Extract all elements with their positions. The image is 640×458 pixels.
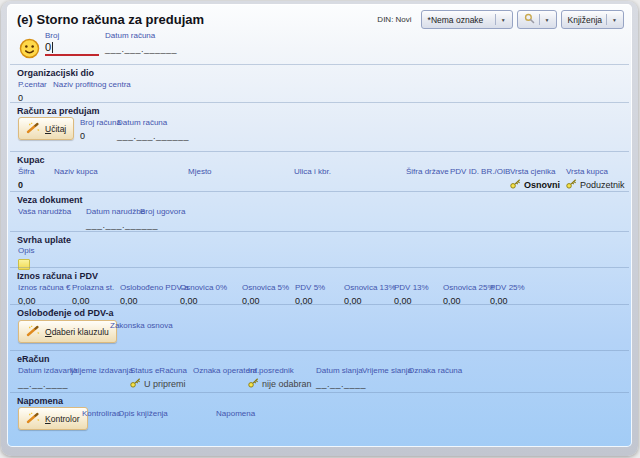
section-iznos-racuna-i-pdv: Iznos računa i PDV Iznos računa €0,00 Pr… <box>10 267 629 304</box>
pdv-5-field[interactable]: PDV 5%0,00 <box>295 283 325 306</box>
key-icon <box>566 179 577 191</box>
kupac-pdv-id-field[interactable]: PDV ID. BR./OIB <box>450 167 510 176</box>
section-title: Iznos računa i PDV <box>17 271 629 281</box>
oslobodjeno-pdva-field[interactable]: Oslobođeno PDV-a0,00 <box>120 283 189 306</box>
section-napomena: Napomena Kontrolor Kontrolirao Opis knji… <box>10 392 629 442</box>
prolazna-st-field[interactable]: Prolazna st.0,00 <box>72 283 114 306</box>
wand-icon <box>26 412 40 426</box>
naziv-profitnog-centra-field[interactable]: Naziv profitnog centra <box>53 80 131 89</box>
chevron-down-icon[interactable]: ▼ <box>495 14 506 25</box>
datum-racuna-placeholder[interactable]: ___.___.______ <box>105 44 177 54</box>
inf-posrednik-field[interactable]: Inf.posrednik nije odabran <box>248 366 312 390</box>
section-racun-za-predujam: Račun za predujam Učitaj Broj računa 0 D… <box>10 102 629 151</box>
napomena-field[interactable]: Napomena <box>216 409 255 418</box>
kupac-mjesto-field[interactable]: Mjesto <box>188 167 212 176</box>
knjizenja-button-label: Knjiženja <box>568 15 603 25</box>
opis-knjizenja-field[interactable]: Opis knjiženja <box>118 409 168 418</box>
broj-ugovora-field[interactable]: Broj ugovora <box>140 207 185 216</box>
toolbar: DIN: Novi *Nema oznake ▼ ▼ Knjiženja ▼ <box>377 10 624 29</box>
section-title: Oslobođenje od PDV-a <box>17 308 629 318</box>
kontrolirao-field[interactable]: Kontrolirao <box>82 409 121 418</box>
pdv-25-field[interactable]: PDV 25%0,00 <box>490 283 525 306</box>
broj-racuna-field[interactable]: Broj računa 0 <box>80 118 121 141</box>
din-status-label: DIN: Novi <box>377 15 411 24</box>
section-organizacijski-dio: Organizacijski dio P.centar 0 Naziv prof… <box>10 64 629 102</box>
datum-racuna-predujam-placeholder[interactable]: ___.___.______ <box>117 131 189 141</box>
search-icon <box>524 13 535 26</box>
status-eracuna-field[interactable]: Status eRačuna U pripremi <box>130 366 187 390</box>
pdv-13-field[interactable]: PDV 13%0,00 <box>394 283 429 306</box>
section-title: eRačun <box>17 354 629 364</box>
osnovica-25-field[interactable]: Osnovica 25%0,00 <box>443 283 495 306</box>
section-title: Račun za predujam <box>17 106 629 116</box>
knjizenja-button[interactable]: Knjiženja ▼ <box>561 10 624 29</box>
datum-racuna-field[interactable]: Datum računa ___.___.______ <box>105 31 177 54</box>
chevron-down-icon[interactable]: ▼ <box>539 14 550 25</box>
kupac-naziv-field[interactable]: Naziv kupca <box>54 167 98 176</box>
wand-icon <box>26 122 40 136</box>
vrijeme-slanja-field[interactable]: Vrijeme slanja <box>362 366 412 375</box>
pcentar-field[interactable]: P.centar 0 <box>18 80 47 103</box>
oznaka-racuna-field[interactable]: Oznaka računa <box>408 366 462 375</box>
osnovica-13-field[interactable]: Osnovica 13%0,00 <box>344 283 396 306</box>
datum-slanja-field[interactable]: Datum slanja __.__.____ <box>316 366 366 389</box>
kontrolor-button[interactable]: Kontrolor <box>18 407 88 430</box>
napomena-label: Napomena <box>216 409 255 418</box>
section-kupac: Kupac Šifra 0 Naziv kupca Mjesto Ulica i… <box>10 151 629 191</box>
kupac-sifra-field[interactable]: Šifra 0 <box>18 167 34 190</box>
search-button[interactable]: ▼ <box>517 10 557 29</box>
osnovica-5-field[interactable]: Osnovica 5%0,00 <box>242 283 289 306</box>
chevron-down-icon[interactable]: ▼ <box>606 14 617 25</box>
opis-label: Opis <box>18 246 34 255</box>
opis-knjizenja-label: Opis knjiženja <box>118 409 168 418</box>
section-svrha-uplate: Svrha uplate Opis <box>10 231 629 267</box>
vasa-narudzba-field[interactable]: Vaša narudžba <box>18 207 71 216</box>
zakonska-osnova-label: Zakonska osnova <box>110 321 173 330</box>
vrsta-cjenika-field[interactable]: Vrsta cjenika Osnovni <box>510 167 560 191</box>
datum-racuna-predujam-field[interactable]: Datum računa ___.___.______ <box>117 118 189 141</box>
vrijeme-izdavanja-field[interactable]: Vrijeme izdavanja <box>70 366 133 375</box>
broj-field[interactable]: Broj 0 <box>45 31 99 56</box>
page-title: (e) Storno računa za predujam <box>17 12 204 27</box>
app-window: (e) Storno računa za predujam DIN: Novi … <box>1 1 638 456</box>
section-veza-dokument: Veza dokument Vaša narudžba Datum narudž… <box>10 191 629 231</box>
section-title: Napomena <box>17 396 629 406</box>
kupac-sifra-drzave-field[interactable]: Šifra države <box>406 167 449 176</box>
vrsta-kupca-field[interactable]: Vrsta kupca Poduzetnik <box>566 167 625 191</box>
oznaka-dropdown[interactable]: *Nema oznake ▼ <box>421 10 513 29</box>
form-header: (e) Storno računa za predujam DIN: Novi … <box>7 4 632 64</box>
text-caret <box>52 42 53 53</box>
form-storno-racuna: (e) Storno računa za predujam DIN: Novi … <box>7 4 632 447</box>
key-icon <box>510 179 521 191</box>
section-title: Veza dokument <box>17 195 629 205</box>
key-icon <box>130 378 141 390</box>
required-field-underline <box>45 54 99 56</box>
kontrolirao-label: Kontrolirao <box>82 409 121 418</box>
smiley-status-icon <box>19 38 40 63</box>
oznaka-dropdown-value: *Nema oznake <box>428 15 484 25</box>
pcentar-label: P.centar <box>18 80 47 89</box>
osnovica-0-field[interactable]: Osnovica 0%0,00 <box>180 283 227 306</box>
datum-racuna-predujam-label: Datum računa <box>117 118 189 127</box>
key-icon <box>248 378 259 390</box>
section-title: Svrha uplate <box>17 235 629 245</box>
broj-racuna-label: Broj računa <box>80 118 121 127</box>
zakonska-osnova-field[interactable]: Zakonska osnova <box>110 321 173 330</box>
section-title: Kupac <box>17 155 629 165</box>
broj-label: Broj <box>45 31 99 40</box>
odaberi-klauzulu-button[interactable]: Odaberi klauzulu <box>18 320 117 343</box>
ucitaj-button[interactable]: Učitaj <box>18 117 74 140</box>
datum-racuna-label: Datum računa <box>105 31 177 40</box>
section-oslobodjenje-od-pdva: Oslobođenje od PDV-a Odaberi klauzulu Za… <box>10 304 629 350</box>
broj-value[interactable]: 0 <box>45 41 51 53</box>
datum-izdavanja-field[interactable]: Datum izdavanja __.__.____ <box>18 366 78 389</box>
section-eracun: eRačun Datum izdavanja __.__.____ Vrijem… <box>10 350 629 392</box>
section-title: Organizacijski dio <box>17 68 629 78</box>
wand-icon <box>26 325 40 339</box>
naziv-profitnog-centra-label: Naziv profitnog centra <box>53 80 131 89</box>
broj-racuna-value[interactable]: 0 <box>80 131 121 141</box>
iznos-racuna-field[interactable]: Iznos računa €0,00 <box>18 283 70 306</box>
kupac-ulica-field[interactable]: Ulica i kbr. <box>294 167 331 176</box>
